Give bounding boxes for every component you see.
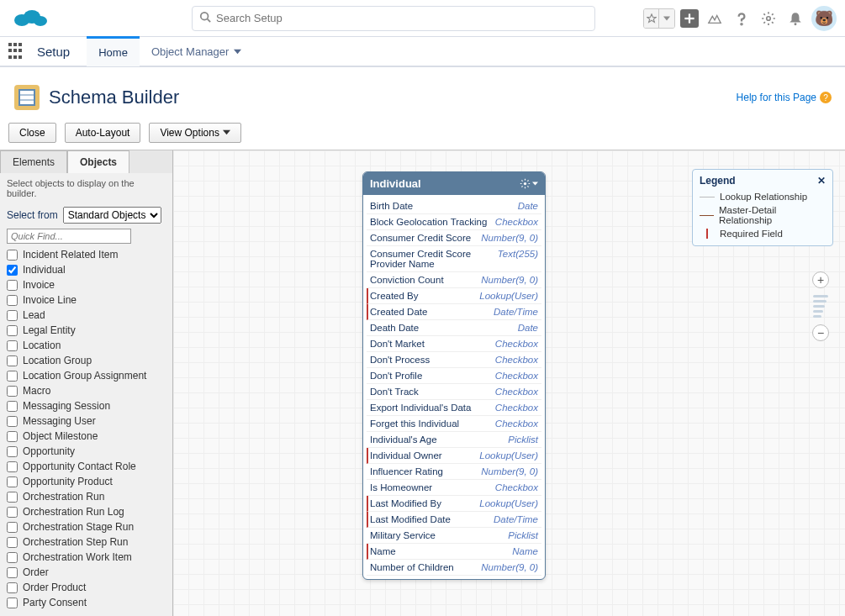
field-row[interactable]: Don't MarketCheckbox: [367, 336, 541, 352]
object-checkbox[interactable]: [7, 280, 18, 291]
field-row[interactable]: Last Modified DateDate/Time: [367, 512, 541, 528]
zoom-in-button[interactable]: +: [812, 271, 829, 288]
object-list-item[interactable]: Order: [0, 565, 172, 580]
object-list-item[interactable]: Legal Entity: [0, 323, 172, 338]
favorites-control[interactable]: [643, 8, 675, 29]
object-list-item[interactable]: Macro: [0, 383, 172, 398]
app-launcher-icon[interactable]: [8, 43, 25, 60]
object-list-item[interactable]: Invoice Line: [0, 292, 172, 308]
sidebar-tab-elements[interactable]: Elements: [0, 150, 67, 173]
zoom-scale[interactable]: [813, 292, 828, 321]
object-list-item[interactable]: Individual: [0, 262, 172, 277]
trailhead-icon[interactable]: [704, 8, 726, 29]
field-row[interactable]: Individual's AgePicklist: [367, 432, 541, 448]
field-row[interactable]: Export Individual's DataCheckbox: [367, 400, 541, 416]
field-row[interactable]: Individual OwnerLookup(User): [367, 448, 541, 464]
zoom-out-button[interactable]: −: [812, 324, 829, 341]
field-row[interactable]: Don't TrackCheckbox: [367, 384, 541, 400]
object-checkbox[interactable]: [7, 507, 18, 518]
object-checkbox[interactable]: [7, 582, 18, 593]
object-checkbox[interactable]: [7, 552, 18, 563]
field-row[interactable]: Forget this IndividualCheckbox: [367, 416, 541, 432]
field-row[interactable]: Block Geolocation TrackingCheckbox: [367, 214, 541, 230]
global-search[interactable]: [192, 6, 595, 31]
legend-close-icon[interactable]: ✕: [817, 175, 826, 187]
object-checkbox[interactable]: [7, 340, 18, 351]
object-list-item[interactable]: Object Milestone: [0, 429, 172, 444]
notifications-icon[interactable]: [784, 8, 806, 29]
field-row[interactable]: Don't ProfileCheckbox: [367, 368, 541, 384]
object-card-gear-icon[interactable]: [520, 178, 538, 189]
object-checkbox[interactable]: [7, 295, 18, 306]
object-checkbox[interactable]: [7, 386, 18, 397]
object-list-item[interactable]: Incident Related Item: [0, 247, 172, 262]
close-button[interactable]: Close: [8, 123, 56, 143]
chevron-down-icon[interactable]: [659, 9, 674, 28]
object-field-list[interactable]: Birth DateDateBlock Geolocation Tracking…: [363, 195, 545, 579]
object-list-item[interactable]: Location Group Assignment: [0, 368, 172, 383]
object-checkbox[interactable]: [7, 416, 18, 427]
help-link[interactable]: Help for this Page ?: [737, 92, 832, 103]
field-row[interactable]: Birth DateDate: [367, 198, 541, 214]
field-row[interactable]: NameName: [367, 544, 541, 560]
object-checkbox[interactable]: [7, 265, 18, 276]
object-list-item[interactable]: Orchestration Run: [0, 489, 172, 504]
object-checkbox[interactable]: [7, 355, 18, 366]
object-checkbox[interactable]: [7, 250, 18, 261]
object-list-item[interactable]: Messaging Session: [0, 398, 172, 413]
object-checkbox[interactable]: [7, 522, 18, 533]
field-row[interactable]: Military ServicePicklist: [367, 528, 541, 544]
object-checkbox[interactable]: [7, 371, 18, 382]
field-row[interactable]: Created DateDate/Time: [367, 304, 541, 320]
tab-home[interactable]: Home: [87, 36, 140, 66]
help-icon[interactable]: [731, 8, 753, 29]
object-list[interactable]: Incident Related ItemIndividualInvoiceIn…: [0, 245, 172, 616]
setup-gear-icon[interactable]: [758, 8, 779, 29]
object-card-individual[interactable]: Individual Birth DateDateBlock Geolocati…: [362, 171, 546, 580]
field-row[interactable]: Consumer Credit ScoreNumber(9, 0): [367, 230, 541, 246]
object-list-item[interactable]: Orchestration Run Log: [0, 504, 172, 519]
object-checkbox[interactable]: [7, 446, 18, 457]
object-list-item[interactable]: Location Group: [0, 353, 172, 368]
field-row[interactable]: Don't ProcessCheckbox: [367, 352, 541, 368]
object-list-item[interactable]: Opportunity Product: [0, 474, 172, 489]
object-list-item[interactable]: Invoice: [0, 277, 172, 292]
field-row[interactable]: Consumer Credit Score Provider NameText(…: [367, 246, 541, 272]
object-checkbox[interactable]: [7, 461, 18, 472]
field-row[interactable]: Death DateDate: [367, 320, 541, 336]
object-list-item[interactable]: Messaging User: [0, 413, 172, 429]
add-icon[interactable]: [680, 9, 699, 28]
object-checkbox[interactable]: [7, 567, 18, 578]
object-checkbox[interactable]: [7, 492, 18, 503]
object-checkbox[interactable]: [7, 598, 18, 608]
star-icon[interactable]: [644, 9, 659, 28]
object-checkbox[interactable]: [7, 537, 18, 548]
object-list-item[interactable]: Party Consent: [0, 595, 172, 610]
schema-canvas[interactable]: Individual Birth DateDateBlock Geolocati…: [173, 150, 845, 616]
object-list-item[interactable]: Order Product: [0, 580, 172, 595]
user-avatar[interactable]: 🐻: [811, 6, 837, 31]
object-card-header[interactable]: Individual: [363, 172, 545, 195]
select-from-dropdown[interactable]: Standard Objects: [63, 207, 161, 224]
object-checkbox[interactable]: [7, 476, 18, 487]
search-input[interactable]: [216, 12, 588, 24]
quick-find-input[interactable]: [7, 229, 131, 244]
tab-object-manager[interactable]: Object Manager: [140, 36, 254, 66]
sidebar-tab-objects[interactable]: Objects: [67, 150, 129, 173]
field-row[interactable]: Created ByLookup(User): [367, 288, 541, 304]
object-list-item[interactable]: Orchestration Work Item: [0, 550, 172, 565]
field-row[interactable]: Conviction CountNumber(9, 0): [367, 272, 541, 288]
object-list-item[interactable]: Orchestration Step Run: [0, 534, 172, 550]
object-checkbox[interactable]: [7, 325, 18, 336]
object-checkbox[interactable]: [7, 401, 18, 412]
object-list-item[interactable]: Opportunity: [0, 444, 172, 459]
object-list-item[interactable]: Lead: [0, 308, 172, 323]
object-list-item[interactable]: Orchestration Stage Run: [0, 519, 172, 534]
auto-layout-button[interactable]: Auto-Layout: [65, 123, 141, 143]
field-row[interactable]: Is HomeownerCheckbox: [367, 480, 541, 496]
field-row[interactable]: Influencer RatingNumber(9, 0): [367, 464, 541, 480]
field-row[interactable]: Last Modified ByLookup(User): [367, 496, 541, 512]
object-list-item[interactable]: Opportunity Contact Role: [0, 459, 172, 474]
field-row[interactable]: Number of ChildrenNumber(9, 0): [367, 560, 541, 576]
object-checkbox[interactable]: [7, 431, 18, 442]
